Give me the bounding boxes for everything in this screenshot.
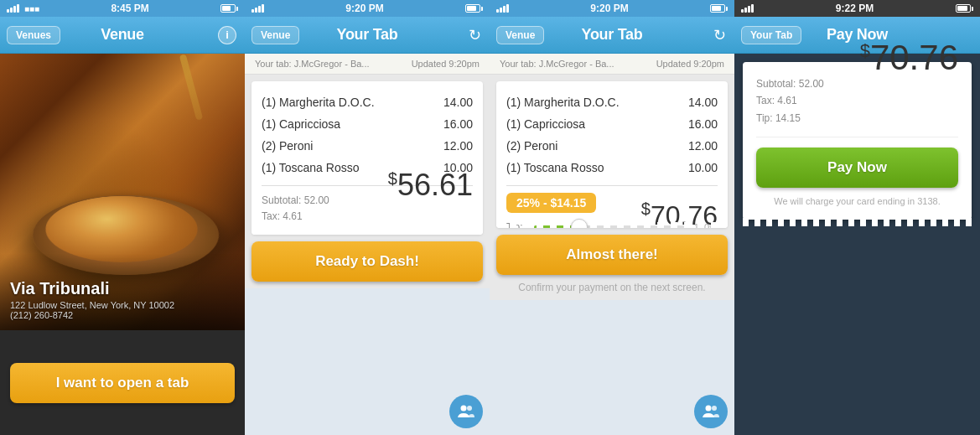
tab1-nav-title: Your Tab bbox=[337, 26, 398, 44]
venue-name: Via Tribunali bbox=[10, 279, 235, 298]
tab2-bottom bbox=[490, 300, 734, 435]
item-3-price: 12.00 bbox=[443, 139, 473, 153]
venue-info-overlay: Via Tribunali 122 Ludlow Street, New Yor… bbox=[0, 254, 245, 330]
tab2-back-button[interactable]: Venue bbox=[496, 26, 544, 44]
status-bar-tab2: 9:20 PM bbox=[490, 0, 734, 17]
ready-to-dash-button[interactable]: Ready to Dash! bbox=[251, 241, 483, 282]
status-time-pay: 9:22 PM bbox=[836, 3, 874, 14]
signal-area-pay bbox=[741, 4, 754, 13]
status-bar-venue: ■■■ 8:45 PM bbox=[0, 0, 245, 17]
tip-slider-track[interactable] bbox=[534, 225, 687, 228]
item-2-name: (1) Capricciosa bbox=[262, 117, 340, 131]
tip-slider-fill bbox=[534, 225, 573, 228]
signal-area: ■■■ bbox=[7, 4, 39, 13]
info-icon: i bbox=[226, 28, 229, 41]
svg-point-2 bbox=[706, 406, 712, 412]
tab2-item-2-name: (1) Capricciosa bbox=[506, 117, 585, 131]
tax-label: Tax: bbox=[262, 210, 280, 222]
signal-area-tab2 bbox=[496, 4, 509, 13]
people-button-tab1[interactable] bbox=[449, 395, 483, 428]
info-button[interactable]: i bbox=[218, 26, 236, 44]
pay-total-value: 70.76 bbox=[870, 38, 958, 77]
svg-point-1 bbox=[467, 406, 472, 411]
pay-tip-val: 14.15 bbox=[775, 112, 801, 124]
tab2-subheader-right: Updated 9:20pm bbox=[656, 59, 724, 69]
tab2-item-3-price: 12.00 bbox=[688, 139, 718, 153]
tab2-item-3-name: (2) Peroni bbox=[506, 139, 557, 153]
tab2-order-item-4: (1) Toscana Rosso 10.00 bbox=[506, 157, 718, 179]
tax-val: 4.61 bbox=[283, 210, 302, 222]
carrier-label: ■■■ bbox=[24, 4, 39, 13]
tip-label: Tip: bbox=[506, 221, 527, 228]
open-tab-button[interactable]: I want to open a tab bbox=[10, 363, 235, 403]
status-time: 8:45 PM bbox=[111, 3, 148, 14]
order-item-2: (1) Capricciosa 16.00 bbox=[262, 113, 473, 135]
battery-tab2 bbox=[710, 4, 728, 13]
subtotal-val: 52.00 bbox=[304, 194, 329, 206]
tab2-total-dollar-sign: $ bbox=[641, 199, 651, 218]
tab1-subheader-right: Updated 9:20pm bbox=[412, 59, 480, 69]
tab2-item-4-price: 10.00 bbox=[688, 161, 718, 174]
tab1-action: Ready to Dash! bbox=[245, 241, 490, 288]
pay-now-button[interactable]: Pay Now bbox=[756, 148, 958, 188]
tab1-total-value: 56.61 bbox=[397, 168, 473, 202]
signal-area-tab1 bbox=[251, 4, 264, 13]
tip-pct-label: 100% bbox=[694, 222, 718, 228]
tab2-item-2-price: 16.00 bbox=[688, 117, 718, 131]
pay-screen: 9:22 PM Your Tab Pay Now Subtotal: 52.00… bbox=[734, 0, 980, 435]
tab1-bottom bbox=[245, 288, 490, 435]
tab2-content: (1) Margherita D.O.C. 14.00 (1) Capricci… bbox=[496, 81, 728, 228]
almost-there-button[interactable]: Almost there! bbox=[496, 235, 728, 275]
tab2-order-item-1: (1) Margherita D.O.C. 14.00 bbox=[506, 91, 718, 113]
pay-total: $70.76 bbox=[860, 38, 958, 78]
battery-pay bbox=[956, 4, 973, 13]
tab2-total: $70.76 bbox=[641, 199, 718, 228]
people-icon-tab1 bbox=[457, 402, 475, 421]
status-bar-pay: 9:22 PM bbox=[734, 0, 980, 17]
venues-back-button[interactable]: Venues bbox=[7, 26, 60, 44]
pay-subtotal-val: 52.00 bbox=[799, 78, 824, 90]
sig-bar-1 bbox=[7, 9, 9, 13]
svg-point-0 bbox=[461, 406, 467, 412]
pay-total-dollar-sign: $ bbox=[860, 40, 870, 61]
venue-image: Via Tribunali 122 Ludlow Street, New Yor… bbox=[0, 54, 245, 330]
tab2-nav-title: Your Tab bbox=[582, 26, 643, 44]
people-icon-tab2 bbox=[702, 402, 720, 421]
tip-row: Tip: 100% bbox=[506, 221, 718, 228]
pay-subtotals: Subtotal: 52.00 Tax: 4.61 Tip: 14.15 bbox=[756, 75, 824, 127]
pay-tax-val: 4.61 bbox=[777, 95, 796, 106]
tab1-subheader-left: Your tab: J.McGregor - Ba... bbox=[255, 59, 370, 69]
tab2-nav-bar: Venue Your Tab ↻ bbox=[490, 17, 734, 54]
tab2-total-value: 70.76 bbox=[651, 200, 718, 228]
tab2-item-4-name: (1) Toscana Rosso bbox=[506, 161, 604, 174]
pay-back-button[interactable]: Your Tab bbox=[741, 26, 801, 44]
sig-bar-3 bbox=[13, 6, 16, 13]
tab1-total: $56.61 bbox=[388, 168, 473, 203]
refresh-button-tab2[interactable]: ↻ bbox=[713, 26, 726, 44]
venue-address: 122 Ludlow Street, New York, NY 10002 bbox=[10, 300, 235, 310]
tip-badge: 25% - $14.15 bbox=[506, 193, 596, 213]
battery-body bbox=[220, 4, 236, 13]
status-time-tab1: 9:20 PM bbox=[345, 3, 383, 14]
subtotal-label: Subtotal: bbox=[262, 194, 301, 206]
tab2-item-1-name: (1) Margherita D.O.C. bbox=[506, 96, 620, 109]
tab2-subheader-left: Your tab: J.McGregor - Ba... bbox=[500, 59, 614, 69]
confirm-text: Confirm your payment on the next screen. bbox=[496, 282, 728, 293]
tip-slider-thumb[interactable] bbox=[571, 219, 588, 228]
sig-bar-2 bbox=[10, 8, 13, 13]
venue-nav-title: Venue bbox=[101, 26, 144, 44]
tab2-order-item-2: (1) Capricciosa 16.00 bbox=[506, 113, 718, 135]
svg-point-3 bbox=[712, 406, 717, 411]
item-2-price: 16.00 bbox=[443, 117, 473, 131]
status-bar-tab1: 9:20 PM bbox=[245, 0, 490, 17]
item-4-name: (1) Toscana Rosso bbox=[262, 161, 359, 174]
tab1-subtotals: Subtotal: 52.00 Tax: 4.61 bbox=[262, 193, 329, 225]
tab1-back-button[interactable]: Venue bbox=[251, 26, 299, 44]
tab2-subheader: Your tab: J.McGregor - Ba... Updated 9:2… bbox=[490, 54, 734, 75]
people-button-tab2[interactable] bbox=[694, 395, 728, 428]
item-3-name: (2) Peroni bbox=[262, 139, 313, 153]
battery-fill bbox=[222, 6, 231, 11]
pay-card-info: We will charge your card ending in 3138. bbox=[756, 196, 958, 206]
venue-screen: ■■■ 8:45 PM Venues Venue i Via Tribunali… bbox=[0, 0, 245, 435]
refresh-button-tab1[interactable]: ↻ bbox=[469, 26, 481, 44]
